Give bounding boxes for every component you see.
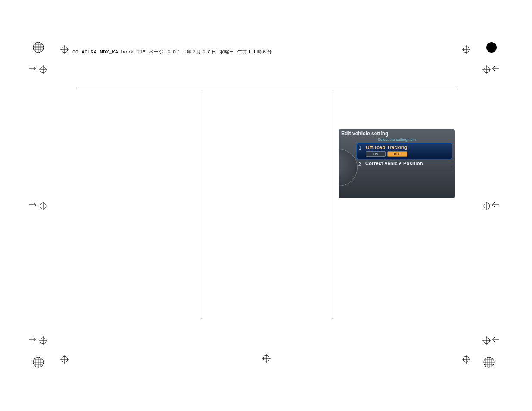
registration-crosshair-icon bbox=[462, 355, 470, 364]
list-divider bbox=[357, 171, 452, 171]
registration-crosshair-icon bbox=[39, 202, 47, 210]
running-head: 00 ACURA MDX_KA.book 115 ページ ２０１１年７月２７日 … bbox=[72, 49, 272, 55]
registration-arrow-icon bbox=[29, 65, 37, 72]
column-divider-1 bbox=[201, 91, 201, 320]
rotary-dial-icon bbox=[339, 149, 358, 186]
registration-hashball-icon bbox=[33, 42, 44, 53]
registration-hashball-icon bbox=[33, 357, 44, 368]
registration-crosshair-icon bbox=[39, 65, 47, 74]
toggle-off[interactable]: OFF bbox=[387, 151, 407, 157]
setting-offroad-tracking[interactable]: 1 Off-road Tracking ON OFF bbox=[357, 143, 452, 159]
registration-crosshair-icon bbox=[482, 336, 491, 345]
registration-arrow-icon bbox=[492, 65, 500, 72]
screen-title: Edit vehicle setting bbox=[339, 129, 455, 137]
registration-hashball-icon bbox=[483, 357, 495, 368]
row-number: 2 bbox=[358, 162, 361, 167]
registration-arrow-icon bbox=[29, 202, 37, 208]
toggle-on[interactable]: ON bbox=[366, 151, 386, 157]
registration-crosshair-icon bbox=[60, 45, 69, 54]
registration-arrow-icon bbox=[492, 202, 500, 208]
registration-crosshair-icon bbox=[262, 354, 271, 363]
vehicle-setting-screen: Edit vehicle setting Select the setting … bbox=[339, 129, 455, 198]
registration-crosshair-icon bbox=[462, 45, 470, 54]
row-label: Off-road Tracking bbox=[366, 145, 408, 150]
screen-subtitle: Select the setting item bbox=[339, 137, 455, 143]
settings-list: 1 Off-road Tracking ON OFF 2 Correct Veh… bbox=[357, 143, 452, 168]
row-label: Correct Vehicle Position bbox=[365, 161, 423, 166]
row-number: 1 bbox=[359, 146, 361, 151]
onoff-toggle[interactable]: ON OFF bbox=[366, 151, 449, 157]
registration-crosshair-icon bbox=[482, 65, 491, 74]
registration-crosshair-icon bbox=[482, 202, 491, 210]
setting-correct-position[interactable]: 2 Correct Vehicle Position bbox=[357, 159, 452, 168]
registration-arrow-icon bbox=[492, 336, 500, 342]
column-divider-2 bbox=[332, 91, 332, 320]
registration-arrow-icon bbox=[29, 336, 37, 342]
top-rule bbox=[77, 88, 456, 88]
registration-ball-icon bbox=[486, 42, 497, 53]
registration-crosshair-icon bbox=[39, 336, 47, 345]
registration-crosshair-icon bbox=[60, 355, 69, 364]
